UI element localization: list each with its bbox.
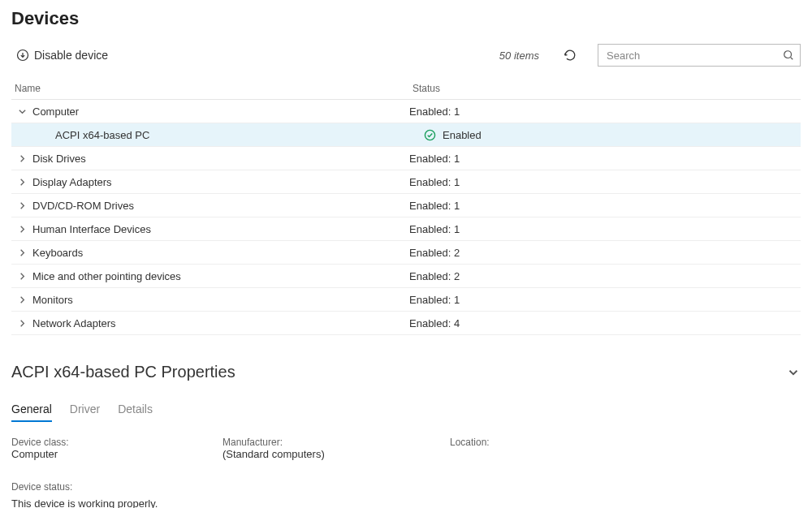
- search-input[interactable]: [598, 44, 801, 67]
- device-group-row[interactable]: Mice and other pointing devicesEnabled: …: [11, 265, 801, 288]
- page-title: Devices: [11, 8, 801, 29]
- device-status-text: Enabled: [443, 129, 482, 141]
- device-group-name: Keyboards: [32, 247, 409, 259]
- properties-pane: ACPI x64-based PC Properties GeneralDriv…: [11, 363, 801, 508]
- device-group-row[interactable]: DVD/CD-ROM DrivesEnabled: 1: [11, 194, 801, 217]
- device-group-row[interactable]: MonitorsEnabled: 1: [11, 288, 801, 312]
- properties-title: ACPI x64-based PC Properties: [11, 363, 235, 381]
- chevron-down-icon: [11, 107, 32, 116]
- disable-device-button[interactable]: Disable device: [11, 45, 113, 65]
- device-status-label: Device status:: [11, 481, 801, 493]
- arrow-down-circle-icon: [16, 49, 29, 62]
- chevron-right-icon: [11, 154, 32, 163]
- device-status-block: Device status: This device is working pr…: [11, 481, 801, 508]
- device-group-row[interactable]: Display AdaptersEnabled: 1: [11, 170, 801, 194]
- device-group-status: Enabled: 2: [409, 247, 801, 259]
- device-group-name: Human Interface Devices: [32, 223, 409, 235]
- check-circle-icon: [424, 129, 436, 141]
- device-group-name: Mice and other pointing devices: [32, 270, 409, 282]
- toolbar: Disable device 50 items: [11, 44, 801, 67]
- chevron-right-icon: [11, 272, 32, 281]
- device-row[interactable]: ACPI x64-based PCEnabled: [11, 123, 801, 147]
- device-group-name: Display Adapters: [32, 176, 409, 188]
- device-group-name: Network Adapters: [32, 317, 409, 329]
- device-group-row[interactable]: KeyboardsEnabled: 2: [11, 241, 801, 265]
- device-group-row[interactable]: Human Interface DevicesEnabled: 1: [11, 217, 801, 241]
- device-name: ACPI x64-based PC: [55, 129, 424, 141]
- chevron-right-icon: [11, 319, 32, 328]
- device-group-row[interactable]: Disk DrivesEnabled: 1: [11, 147, 801, 170]
- device-status: Enabled: [424, 129, 801, 141]
- device-status-value: This device is working properly.: [11, 497, 801, 508]
- manufacturer-value: (Standard computers): [222, 448, 450, 460]
- device-group-name: Computer: [32, 105, 409, 118]
- devices-page: Devices Disable device 50 items: [0, 0, 812, 508]
- chevron-right-icon: [11, 225, 32, 234]
- device-class-label: Device class:: [11, 437, 222, 448]
- svg-point-1: [784, 51, 792, 58]
- tab-general[interactable]: General: [11, 403, 52, 422]
- tab-driver[interactable]: Driver: [70, 403, 100, 422]
- location-label: Location:: [450, 437, 801, 448]
- manufacturer-label: Manufacturer:: [222, 437, 450, 448]
- column-headers: Name Status: [11, 78, 801, 100]
- device-group-name: DVD/CD-ROM Drives: [32, 200, 409, 212]
- device-group-status: Enabled: 1: [409, 223, 801, 235]
- chevron-right-icon: [11, 248, 32, 257]
- device-group-status: Enabled: 1: [409, 176, 801, 188]
- device-group-name: Monitors: [32, 294, 409, 306]
- device-group-status: Enabled: 2: [409, 270, 801, 282]
- device-class-value: Computer: [11, 448, 222, 460]
- search-icon: [783, 50, 794, 61]
- items-count: 50 items: [499, 50, 539, 62]
- search-field: [598, 44, 801, 67]
- disable-device-label: Disable device: [34, 49, 108, 62]
- properties-header: ACPI x64-based PC Properties: [11, 363, 801, 381]
- device-group-row[interactable]: ComputerEnabled: 1: [11, 100, 801, 123]
- device-list: ComputerEnabled: 1ACPI x64-based PCEnabl…: [11, 100, 801, 335]
- chevron-right-icon: [11, 178, 32, 187]
- properties-grid: Device class: Computer Manufacturer: (St…: [11, 437, 801, 460]
- chevron-down-icon[interactable]: [786, 365, 801, 380]
- properties-tabs: GeneralDriverDetails: [11, 403, 801, 422]
- device-group-status: Enabled: 1: [409, 294, 801, 306]
- device-group-status: Enabled: 1: [409, 153, 801, 165]
- column-header-name[interactable]: Name: [15, 83, 412, 94]
- chevron-right-icon: [11, 295, 32, 304]
- tab-details[interactable]: Details: [118, 403, 153, 422]
- device-group-status: Enabled: 4: [409, 317, 801, 329]
- device-group-row[interactable]: Network AdaptersEnabled: 4: [11, 312, 801, 335]
- chevron-right-icon: [11, 201, 32, 210]
- refresh-icon: [563, 48, 577, 62]
- device-group-name: Disk Drives: [32, 153, 409, 165]
- refresh-button[interactable]: [560, 45, 580, 65]
- device-group-status: Enabled: 1: [409, 105, 801, 118]
- column-header-status[interactable]: Status: [412, 83, 797, 94]
- device-group-status: Enabled: 1: [409, 200, 801, 212]
